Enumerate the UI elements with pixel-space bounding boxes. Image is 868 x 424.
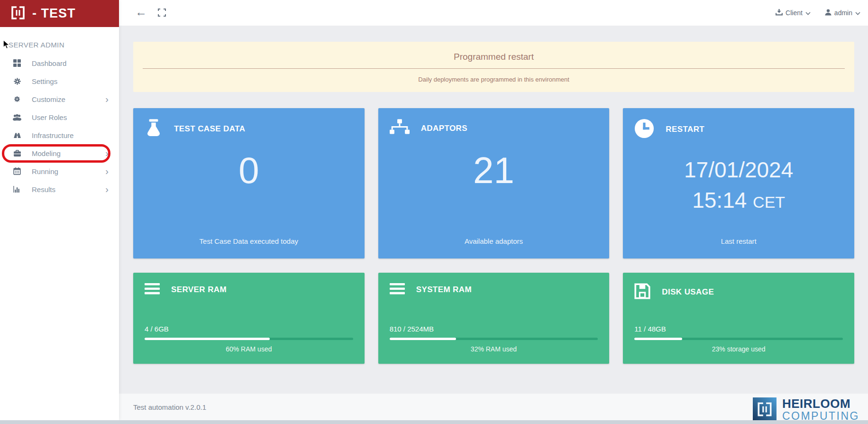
sidebar-item-label: Settings: [32, 77, 57, 85]
caret-down-icon: [855, 9, 860, 17]
card-title: RESTART: [666, 125, 704, 134]
test-case-count: 0: [133, 108, 365, 232]
client-label: Client: [786, 9, 803, 17]
gauge-caption: 32% RAM used: [378, 345, 610, 353]
server-ram-card: SERVER RAM 4 / 6GB 60% RAM used: [133, 273, 365, 364]
calendar-icon: [12, 167, 22, 175]
gauge-caption: 60% RAM used: [133, 345, 365, 353]
sidebar-item-label: Dashboard: [32, 59, 66, 67]
sidebar-item-label: User Roles: [32, 113, 67, 121]
sidebar-item-user-roles[interactable]: User Roles: [0, 108, 119, 126]
back-arrow-button[interactable]: ←: [135, 5, 147, 19]
card-title: SERVER RAM: [171, 285, 227, 295]
topbar: ← Client admin: [119, 0, 868, 26]
users-icon: [12, 114, 22, 121]
app-version: Test automation v.2.0.1: [133, 403, 206, 411]
briefcase-icon: [12, 150, 22, 157]
card-caption: Available adaptors: [378, 237, 610, 245]
clock-icon: [634, 119, 654, 140]
card-caption: Last restart: [623, 237, 854, 245]
sidebar-menu: Dashboard Settings Customize › User Role…: [0, 54, 119, 198]
sidebar-item-label: Infrastructure: [32, 131, 73, 139]
brand-h-icon: [10, 5, 26, 22]
user-icon: [825, 9, 831, 17]
dashboard-icon: [12, 59, 22, 67]
adaptors-card: ADAPTORS 21 Available adaptors: [378, 108, 610, 258]
adaptors-count: 21: [378, 108, 610, 232]
chevron-right-icon: ›: [105, 168, 109, 175]
sidebar-item-results[interactable]: Results ›: [0, 180, 119, 198]
card-title: DISK USAGE: [662, 287, 714, 297]
restart-timezone: CET: [753, 193, 785, 211]
sidebar-item-customize[interactable]: Customize ›: [0, 90, 119, 108]
restart-time: 15:14 CET: [623, 185, 854, 217]
disk-usage-value: 11 / 48GB: [634, 325, 666, 333]
restart-date: 17/01/2024: [623, 155, 854, 185]
test-case-data-card: TEST CASE DATA 0 Test Case Data executed…: [133, 108, 365, 258]
gauge-caption: 23% storage used: [623, 345, 854, 353]
chevron-right-icon: ›: [105, 96, 109, 102]
gear-icon: [12, 77, 22, 85]
bars-icon: [390, 283, 405, 296]
sidebar: - TEST SERVER ADMIN Dashboard Settings C…: [0, 0, 119, 420]
main-content: Programmed restart Daily deployments are…: [119, 26, 868, 394]
sidebar-item-label: Running: [32, 167, 58, 175]
bars-icon: [145, 283, 160, 296]
alert-divider: [143, 68, 845, 69]
alert-message: Daily deployments are programmed in this…: [133, 76, 854, 83]
logo-text: - TEST: [32, 6, 76, 21]
heirloom-h-icon: [753, 397, 777, 421]
client-dropdown[interactable]: Client: [776, 9, 811, 17]
card-title: SYSTEM RAM: [416, 285, 472, 295]
disk-usage-card: DISK USAGE 11 / 48GB 23% storage used: [623, 273, 854, 364]
sidebar-item-infrastructure[interactable]: Infrastructure: [0, 126, 119, 144]
gauge-card-row: SERVER RAM 4 / 6GB 60% RAM used SYSTEM R…: [133, 273, 854, 364]
card-caption: Test Case Data executed today: [133, 237, 365, 245]
sidebar-item-settings[interactable]: Settings: [0, 72, 119, 90]
sidebar-item-dashboard[interactable]: Dashboard: [0, 54, 119, 72]
fullscreen-icon[interactable]: [158, 9, 166, 18]
restart-card: RESTART 17/01/2024 15:14 CET Last restar…: [623, 108, 854, 258]
last-restart-datetime: 17/01/2024 15:14 CET: [623, 155, 854, 217]
progress-bar: [634, 338, 843, 340]
alert-title: Programmed restart: [133, 42, 854, 62]
topbar-right: Client admin: [776, 0, 860, 26]
bar-chart-icon: [12, 186, 22, 193]
progress-fill: [390, 338, 457, 340]
progress-fill: [145, 338, 270, 340]
sidebar-item-label: Customize: [32, 95, 65, 103]
download-icon: [776, 9, 783, 17]
sidebar-section-label: SERVER ADMIN: [9, 41, 64, 49]
chevron-right-icon: ›: [105, 186, 109, 193]
user-label: admin: [834, 9, 852, 17]
ram-usage-value: 810 / 2524MB: [390, 325, 434, 333]
horizontal-scrollbar[interactable]: [0, 420, 868, 424]
binoculars-icon: [12, 132, 22, 138]
sidebar-item-label: Modeling: [32, 149, 61, 157]
floppy-icon: [634, 283, 650, 301]
progress-bar: [390, 338, 598, 340]
programmed-restart-alert: Programmed restart Daily deployments are…: [133, 42, 854, 92]
stat-card-row: TEST CASE DATA 0 Test Case Data executed…: [133, 108, 854, 258]
progress-bar: [145, 338, 353, 340]
footer: Test automation v.2.0.1 HEIRLOOM COMPUTI…: [119, 394, 868, 420]
user-dropdown[interactable]: admin: [825, 9, 860, 17]
sidebar-item-running[interactable]: Running ›: [0, 162, 119, 180]
chevron-right-icon: ›: [105, 150, 109, 157]
ram-usage-value: 4 / 6GB: [145, 325, 169, 333]
caret-down-icon: [805, 9, 811, 17]
brand-name-top: HEIRLOOM: [782, 397, 859, 410]
app-logo[interactable]: - TEST: [0, 0, 119, 27]
heirloom-computing-logo: HEIRLOOM COMPUTING: [753, 397, 859, 422]
progress-fill: [634, 338, 682, 340]
cog-icon: [12, 95, 22, 103]
system-ram-card: SYSTEM RAM 810 / 2524MB 32% RAM used: [378, 273, 610, 364]
sidebar-item-label: Results: [32, 185, 55, 194]
sidebar-item-modeling[interactable]: Modeling ›: [0, 144, 119, 162]
